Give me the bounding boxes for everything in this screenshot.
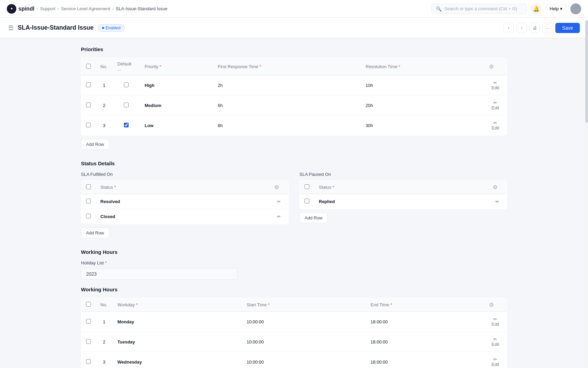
paused-status-1: Replied xyxy=(314,194,488,209)
fulfilled-check-2[interactable] xyxy=(86,214,91,218)
default-check-2[interactable] xyxy=(124,103,129,107)
fulfilled-table: Status * ⚙ Resolved ✏ Closed xyxy=(81,180,289,224)
edit-button-3[interactable]: ✏ Edit xyxy=(489,119,502,132)
table-row: 3 Low 8h 30h ✏ Edit xyxy=(81,116,507,136)
edit-button-2[interactable]: ✏ Edit xyxy=(489,99,502,112)
help-button[interactable]: Help ▾ xyxy=(546,4,566,13)
wh-no-2: 2 xyxy=(96,332,113,352)
th-start-time: Start Time * xyxy=(242,298,366,312)
main-content: Priorities No. Default ... Priority * Fi… xyxy=(73,38,515,368)
wh-check-3[interactable] xyxy=(86,359,91,364)
working-hours-table: No. Workday * Start Time * End Time * ⚙ … xyxy=(81,298,507,368)
breadcrumb-support[interactable]: Support xyxy=(40,6,55,11)
priorities-section: Priorities No. Default ... Priority * Fi… xyxy=(81,46,507,150)
th-settings-paused: ⚙ xyxy=(488,181,507,194)
working-hours-title: Working Hours xyxy=(81,249,507,255)
paused-table: Status * ⚙ Replied ✏ xyxy=(299,180,507,209)
priorities-table: No. Default ... Priority * First Respons… xyxy=(81,58,507,136)
th-first-response: First Response Time * xyxy=(213,58,361,75)
edit-fulfilled-2[interactable]: ✏ xyxy=(274,213,283,220)
th-workday: Workday * xyxy=(113,298,242,312)
edit-wh-1[interactable]: ✏ Edit xyxy=(489,315,502,328)
logo-icon: ✦ xyxy=(7,4,16,14)
print-button[interactable]: 🖨 xyxy=(529,23,540,33)
row-checkbox-1[interactable] xyxy=(86,82,91,87)
priorities-title: Priorities xyxy=(81,46,507,52)
wh-end-1: 18:00:00 xyxy=(366,312,484,332)
user-avatar[interactable] xyxy=(570,3,581,14)
gear-icon-priority[interactable]: ⚙ xyxy=(489,64,494,70)
holiday-input[interactable] xyxy=(81,268,238,280)
wh-end-2: 18:00:00 xyxy=(366,332,484,352)
th-priority: Priority * xyxy=(140,58,213,75)
th-settings-wh: ⚙ xyxy=(484,298,507,312)
page-title: SLA-Issue-Standard Issue xyxy=(18,24,94,31)
th-no-wh: No. xyxy=(96,298,113,312)
wh-no-1: 1 xyxy=(96,312,113,332)
scrollbar-track xyxy=(585,20,588,368)
wh-workday-1: Monday xyxy=(113,312,242,332)
row-no-3: 3 xyxy=(96,116,113,136)
status-label: Enabled xyxy=(105,26,120,30)
chevron-down-icon: ▾ xyxy=(560,6,562,11)
select-all-wh[interactable] xyxy=(86,302,91,307)
th-default: Default ... xyxy=(113,58,140,75)
priority-value-3: Low xyxy=(140,116,213,136)
gear-icon-fulfilled[interactable]: ⚙ xyxy=(274,184,279,190)
priority-value-2: Medium xyxy=(140,95,213,116)
save-button[interactable]: Save xyxy=(555,23,580,33)
page-header: ☰ SLA-Issue-Standard Issue Enabled ‹ › 🖨… xyxy=(0,18,588,38)
status-dot xyxy=(102,27,104,29)
status-grid: SLA Fulfilled On Status * ⚙ Resolved xyxy=(81,172,507,238)
wh-no-3: 3 xyxy=(96,352,113,368)
logo[interactable]: ✦ spindl xyxy=(7,4,34,14)
notification-button[interactable]: 🔔 xyxy=(531,3,542,14)
fulfilled-status-2: Closed xyxy=(96,209,270,224)
gear-icon-paused[interactable]: ⚙ xyxy=(493,184,497,190)
more-options-button[interactable]: ··· xyxy=(542,23,553,33)
first-response-1: 2h xyxy=(213,75,361,95)
add-row-fulfilled[interactable]: Add Row xyxy=(81,228,109,238)
scrollbar-thumb[interactable] xyxy=(585,20,588,123)
add-row-paused[interactable]: Add Row xyxy=(299,213,328,223)
add-row-priorities[interactable]: Add Row xyxy=(81,139,109,150)
resolution-2: 20h xyxy=(361,95,484,116)
table-row: 3 Wednesday 10:00:00 18:00:00 ✏ Edit xyxy=(81,352,507,368)
paused-check-1[interactable] xyxy=(305,199,309,203)
wh-check-2[interactable] xyxy=(86,339,91,344)
forward-button[interactable]: › xyxy=(517,23,527,33)
default-check-3[interactable] xyxy=(124,123,129,127)
table-row: 1 Monday 10:00:00 18:00:00 ✏ Edit xyxy=(81,312,507,332)
th-settings-priority: ⚙ xyxy=(484,58,507,75)
select-all-paused[interactable] xyxy=(305,184,309,189)
select-all-priorities[interactable] xyxy=(86,64,91,68)
table-row: Closed ✏ xyxy=(81,209,289,224)
th-check-paused xyxy=(300,181,314,194)
breadcrumb-sep-1: › xyxy=(36,6,38,11)
wh-start-1: 10:00:00 xyxy=(242,312,366,332)
edit-button-1[interactable]: ✏ Edit xyxy=(489,79,502,92)
menu-icon[interactable]: ☰ xyxy=(8,24,14,32)
wh-check-1[interactable] xyxy=(86,319,91,324)
row-no-1: 1 xyxy=(96,75,113,95)
back-button[interactable]: ‹ xyxy=(504,23,514,33)
wh-workday-2: Tuesday xyxy=(113,332,242,352)
edit-wh-3[interactable]: ✏ Edit xyxy=(489,355,502,368)
search-bar[interactable]: 🔍 Search or type a command (Ctrl + G) xyxy=(431,4,527,14)
edit-wh-2[interactable]: ✏ Edit xyxy=(489,335,502,348)
th-resolution: Resolution Time * xyxy=(361,58,484,75)
wh-start-2: 10:00:00 xyxy=(242,332,366,352)
fulfilled-check-1[interactable] xyxy=(86,199,91,203)
paused-col: SLA Paused On Status * ⚙ Replied xyxy=(299,172,507,238)
edit-paused-1[interactable]: ✏ xyxy=(493,198,502,205)
fulfilled-col: SLA Fulfilled On Status * ⚙ Resolved xyxy=(81,172,289,238)
top-navigation: ✦ spindl › Support › Service Level Agree… xyxy=(0,0,588,18)
row-checkbox-3[interactable] xyxy=(86,123,91,127)
select-all-fulfilled[interactable] xyxy=(86,184,91,189)
default-check-1[interactable] xyxy=(124,82,129,87)
row-checkbox-2[interactable] xyxy=(86,103,91,107)
edit-fulfilled-1[interactable]: ✏ xyxy=(274,198,283,205)
breadcrumb-sla[interactable]: Service Level Agreement xyxy=(61,6,110,11)
table-row: 2 Medium 6h 20h ✏ Edit xyxy=(81,95,507,116)
gear-icon-wh[interactable]: ⚙ xyxy=(489,302,494,308)
